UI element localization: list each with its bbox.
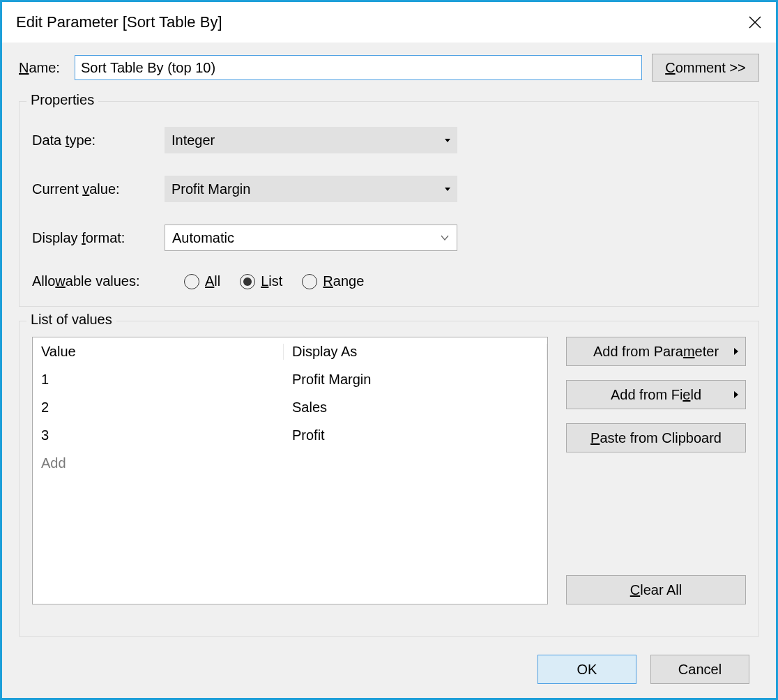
clear-all-button[interactable]: Clear All bbox=[566, 575, 746, 604]
close-icon bbox=[748, 15, 762, 29]
cell-display-as[interactable]: Sales bbox=[284, 400, 547, 416]
radio-list[interactable]: List bbox=[240, 273, 282, 289]
table-add-row[interactable]: Add bbox=[33, 449, 547, 477]
list-of-values-group: List of values Value Display As 1 Profit… bbox=[19, 321, 759, 637]
display-format-value: Automatic bbox=[172, 230, 234, 246]
current-value-dropdown[interactable]: Profit Margin bbox=[165, 176, 457, 202]
ok-button[interactable]: OK bbox=[537, 655, 636, 684]
table-header-row: Value Display As bbox=[33, 337, 547, 365]
current-value-label: Current value: bbox=[32, 181, 165, 197]
add-from-parameter-button[interactable]: Add from Parameter bbox=[566, 337, 746, 366]
allowable-values-label: Allowable values: bbox=[32, 273, 165, 289]
cancel-button[interactable]: Cancel bbox=[650, 655, 749, 684]
dialog-footer: OK Cancel bbox=[13, 644, 765, 698]
dialog-title: Edit Parameter [Sort Table By] bbox=[16, 13, 222, 31]
values-table[interactable]: Value Display As 1 Profit Margin 2 Sales… bbox=[32, 337, 548, 604]
cell-display-as[interactable]: Profit Margin bbox=[284, 372, 547, 388]
display-format-label: Display format: bbox=[32, 230, 165, 246]
name-label: Name: bbox=[19, 60, 65, 76]
radio-icon bbox=[240, 274, 255, 289]
radio-range-label: Range bbox=[323, 273, 364, 289]
values-side-buttons: Add from Parameter Add from Field Paste … bbox=[566, 337, 746, 604]
cell-value[interactable]: 2 bbox=[33, 400, 284, 416]
cell-value[interactable]: 3 bbox=[33, 427, 284, 443]
comment-button[interactable]: Comment >> bbox=[652, 54, 759, 82]
table-row[interactable]: 1 Profit Margin bbox=[33, 365, 547, 393]
list-of-values-legend: List of values bbox=[26, 312, 116, 328]
name-row: Name: Comment >> bbox=[13, 54, 765, 82]
cell-display-as[interactable]: Profit bbox=[284, 427, 547, 443]
submenu-arrow-icon bbox=[734, 391, 738, 398]
submenu-arrow-icon bbox=[734, 348, 738, 355]
data-type-row: Data type: Integer bbox=[32, 127, 746, 153]
paste-from-clipboard-button[interactable]: Paste from Clipboard bbox=[566, 423, 746, 452]
radio-all[interactable]: All bbox=[184, 273, 220, 289]
data-type-dropdown[interactable]: Integer bbox=[165, 127, 457, 153]
list-of-values-body: Value Display As 1 Profit Margin 2 Sales… bbox=[32, 337, 746, 604]
properties-group: Properties Data type: Integer Current va… bbox=[19, 101, 759, 307]
name-input[interactable] bbox=[75, 55, 642, 80]
header-value: Value bbox=[33, 344, 284, 360]
header-display-as: Display As bbox=[284, 344, 547, 360]
data-type-value: Integer bbox=[171, 132, 215, 149]
close-button[interactable] bbox=[734, 2, 776, 43]
radio-range[interactable]: Range bbox=[302, 273, 364, 289]
radio-icon bbox=[184, 274, 199, 289]
table-row[interactable]: 2 Sales bbox=[33, 393, 547, 421]
radio-list-label: List bbox=[261, 273, 282, 289]
table-row[interactable]: 3 Profit bbox=[33, 421, 547, 449]
radio-icon bbox=[302, 274, 317, 289]
allowable-values-row: Allowable values: All List Range bbox=[32, 273, 746, 289]
titlebar: Edit Parameter [Sort Table By] bbox=[2, 2, 776, 43]
display-format-combo[interactable]: Automatic bbox=[165, 225, 457, 251]
display-format-row: Display format: Automatic bbox=[32, 225, 746, 251]
properties-legend: Properties bbox=[26, 92, 98, 108]
current-value-value: Profit Margin bbox=[171, 181, 250, 197]
dropdown-arrow-icon bbox=[445, 188, 450, 191]
dialog-body: Name: Comment >> Properties Data type: I… bbox=[2, 43, 776, 698]
current-value-row: Current value: Profit Margin bbox=[32, 176, 746, 202]
dropdown-arrow-icon bbox=[445, 139, 450, 142]
add-placeholder[interactable]: Add bbox=[33, 455, 284, 471]
cell-value[interactable]: 1 bbox=[33, 372, 284, 388]
data-type-label: Data type: bbox=[32, 132, 165, 149]
add-from-field-button[interactable]: Add from Field bbox=[566, 380, 746, 409]
chevron-down-icon bbox=[440, 230, 450, 246]
edit-parameter-dialog: Edit Parameter [Sort Table By] Name: Com… bbox=[0, 0, 778, 700]
radio-all-label: All bbox=[205, 273, 220, 289]
